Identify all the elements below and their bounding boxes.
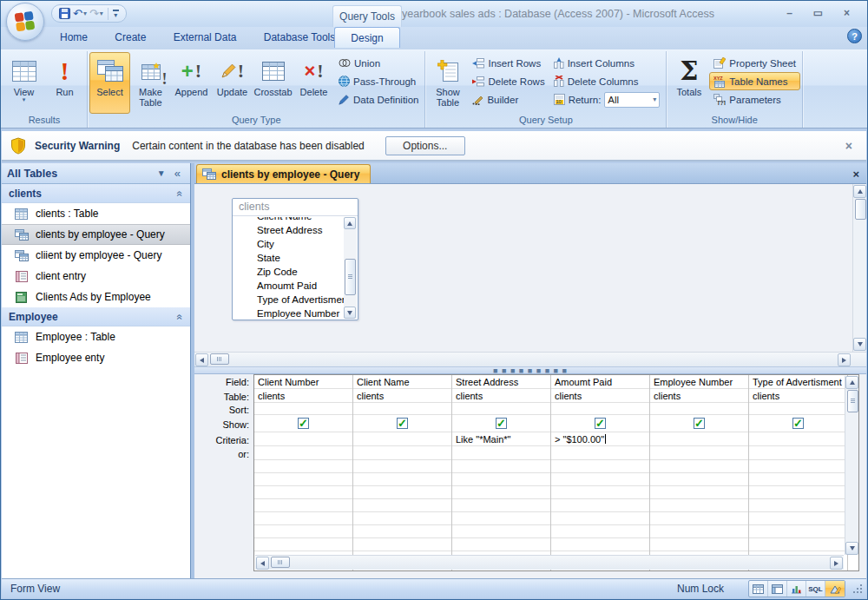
parameters-button[interactable]: [?] Parameters [709,90,800,109]
return-select[interactable]: All▾ [604,92,660,108]
help-button[interactable]: ? [847,29,862,43]
security-bar-close-icon[interactable]: × [840,139,858,153]
nav-pane-header[interactable]: All Tables ▼ « [2,163,190,184]
top-pane-hscrollbar[interactable] [194,352,866,366]
sort-cell[interactable] [254,403,352,415]
table-names-button[interactable]: XYZ Table Names [709,72,800,90]
field-cell[interactable]: Employee Number [650,375,748,389]
tab-design-active[interactable]: Design [334,27,400,48]
nav-item-employee-enty[interactable]: Employee enty [2,347,190,368]
field-list-item[interactable]: Street Address [233,223,344,237]
union-button[interactable]: Union [334,54,423,72]
field-list-clients[interactable]: clients Client Name Street Address City … [232,198,358,320]
nav-item-client-entry[interactable]: client entry [2,266,190,287]
document-tab-clients-by-employee[interactable]: clients by employee - Query [196,164,371,183]
field-cell[interactable]: Type of Advertisment [749,375,847,389]
top-pane-vscrollbar[interactable] [852,184,866,352]
office-button[interactable] [6,3,44,41]
field-cell[interactable]: Client Name [353,375,451,389]
sort-cell[interactable] [353,403,451,415]
table-cell[interactable]: clients [551,389,649,403]
tab-database-tools[interactable]: Database Tools [252,27,348,47]
shutter-bar-close-icon[interactable]: « [170,167,185,180]
field-list-scrollbar[interactable] [344,217,357,319]
nav-item-cliient-by-employee-query[interactable]: cliient by employee - Query [2,245,190,266]
nav-item-clients-table[interactable]: clients : Table [2,203,190,224]
datasheet-view-button[interactable] [749,581,768,597]
builder-button[interactable]: Builder [468,90,549,109]
nav-item-clients-ads-by-employee[interactable]: Clients Ads by Employee [2,287,190,307]
table-cell[interactable]: clients [452,389,550,403]
totals-button[interactable]: Σ Totals [668,52,709,114]
or-cell[interactable] [749,446,847,460]
tab-create[interactable]: Create [102,27,158,47]
save-button[interactable] [59,8,70,19]
select-query-button[interactable]: Select [89,52,130,114]
field-list-item[interactable]: Client Name [233,217,344,223]
or-cell[interactable] [452,446,550,460]
table-cell[interactable]: clients [749,389,847,403]
view-button[interactable]: View ▾ [3,52,44,114]
field-cell[interactable]: Amoumt Paid [551,375,649,389]
sort-cell[interactable] [650,403,748,415]
field-list-title[interactable]: clients [233,199,358,216]
design-view-button[interactable] [825,581,845,597]
sort-cell[interactable] [452,403,550,415]
update-button[interactable]: ! Update [212,52,253,114]
table-cell[interactable]: clients [650,389,748,403]
scroll-up-icon[interactable] [344,217,356,229]
tab-home[interactable]: Home [48,27,100,47]
table-cell[interactable]: clients [353,389,451,403]
show-checkbox[interactable] [792,418,804,429]
redo-button[interactable]: ↷▾ [89,7,103,20]
scroll-right-icon[interactable] [838,353,851,366]
grid-vscrollbar[interactable] [845,376,858,555]
crosstab-button[interactable]: Crosstab [253,52,293,114]
scroll-up-icon[interactable] [845,376,858,389]
show-checkbox[interactable] [694,418,705,429]
delete-query-button[interactable]: ×! Delete [293,52,334,114]
show-checkbox[interactable] [496,418,507,429]
grid-hscrollbar[interactable] [255,555,844,570]
property-sheet-button[interactable]: Property Sheet [709,54,800,72]
minimize-button[interactable]: – [778,7,801,22]
or-cell[interactable] [650,446,748,460]
delete-columns-button[interactable]: Delete Columns [549,72,665,90]
show-checkbox[interactable] [595,418,606,429]
resize-grip[interactable] [852,584,863,594]
or-cell[interactable] [353,446,451,460]
field-list-item[interactable]: Employee Number [233,307,344,319]
collapse-group-icon[interactable]: « [174,190,187,196]
insert-columns-button[interactable]: Insert Columns [549,54,665,72]
pass-through-button[interactable]: Pass-Through [334,72,423,90]
nav-item-employee-table[interactable]: Employee : Table [2,326,190,347]
insert-rows-button[interactable]: Insert Rows [468,54,549,72]
or-cell[interactable] [254,446,352,460]
field-list-item[interactable]: State [233,251,344,265]
run-button[interactable]: ! Run [44,52,85,114]
scroll-up-icon[interactable] [853,185,866,198]
field-list-item[interactable]: Amoumt Paid [233,279,344,293]
field-cell[interactable]: Street Address [452,375,550,389]
delete-rows-button[interactable]: Delete Rows [468,72,549,90]
undo-button[interactable]: ↶▾ [73,7,87,20]
scroll-left-icon[interactable] [195,353,208,366]
criteria-cell[interactable] [353,432,451,446]
maximize-button[interactable]: ▭ [806,7,830,22]
table-cell[interactable]: clients [254,389,352,403]
customize-qat-button[interactable]: ▾ [113,10,119,17]
show-checkbox[interactable] [298,418,309,429]
nav-group-employee[interactable]: Employee« [2,307,190,326]
show-checkbox[interactable] [397,418,408,429]
pivotchart-view-button[interactable] [787,581,806,597]
tab-external-data[interactable]: External Data [161,27,249,47]
field-cell[interactable]: Client Number [254,375,352,389]
scroll-right-icon[interactable] [830,557,843,570]
scroll-down-icon[interactable] [853,338,866,351]
field-list-item[interactable]: Zip Code [233,265,344,279]
close-button[interactable]: × [835,7,858,22]
criteria-cell[interactable]: > "$100.00" [551,432,649,446]
nav-pane-dropdown-icon[interactable]: ▼ [153,168,170,178]
collapse-group-icon[interactable]: « [174,313,187,320]
pivottable-view-button[interactable] [768,581,787,597]
